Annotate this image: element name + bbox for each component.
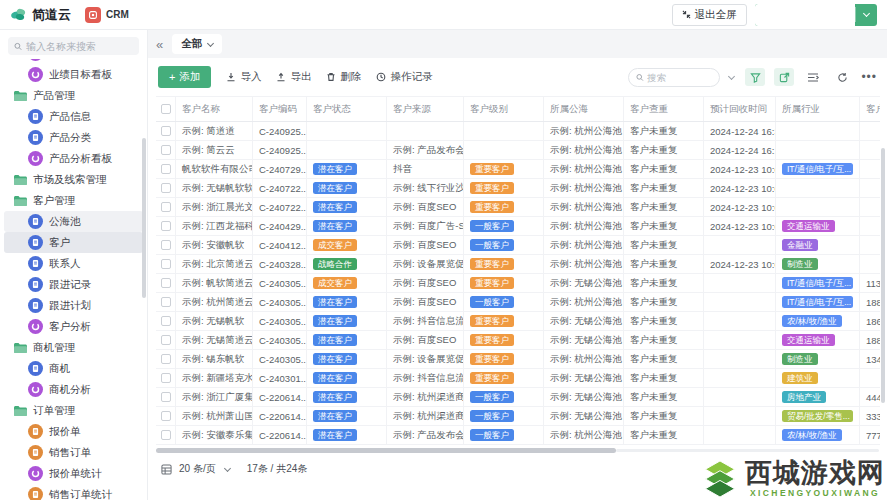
table-row[interactable]: 示例: 简云云C-240925...示例: 产品发布会...示例: 杭州公海池客… — [156, 141, 880, 160]
row-checkbox[interactable] — [161, 297, 171, 307]
delete-button[interactable]: 删除 — [326, 70, 361, 84]
vertical-scrollbar[interactable] — [881, 148, 885, 403]
search-field-dropdown-icon[interactable] — [728, 72, 735, 79]
table-search-input[interactable] — [647, 72, 712, 83]
filter-button[interactable] — [745, 68, 765, 86]
watermark-logo-icon — [698, 460, 742, 497]
column-header[interactable]: 所属公海 — [544, 97, 624, 121]
table-row[interactable]: 示例: 安徽泰乐集团C-220614...潜在客户示例: 产品发布会...一般客… — [156, 426, 880, 445]
sidebar-item[interactable]: 客户分析 — [4, 316, 143, 337]
exit-fullscreen-button[interactable]: 退出全屏 — [672, 4, 747, 26]
scrollbar-thumb[interactable] — [156, 448, 616, 453]
cell-customer-level: 一般客户 — [464, 426, 544, 444]
sidebar-item[interactable]: 商机管理 — [4, 337, 143, 358]
column-header[interactable]: 客户编码 — [253, 97, 307, 121]
cell-pool: 示例: 杭州公海池 — [544, 122, 624, 140]
column-header[interactable]: 预计回收时间 — [704, 97, 776, 121]
table-row[interactable]: 示例: 江西龙福科...C-240429...潜在客户示例: 百度广告-SEM一… — [156, 217, 880, 236]
table-row[interactable]: 示例: 浙江晨光文...C-240722...潜在客户示例: 百度SEO重要客户… — [156, 198, 880, 217]
column-header[interactable]: 客户来源 — [387, 97, 464, 121]
sidebar-item[interactable]: 客户管理 — [4, 190, 143, 211]
sidebar-item[interactable]: 产品管理 — [4, 85, 143, 106]
sidebar-item[interactable]: 商机 — [4, 358, 143, 379]
row-checkbox[interactable] — [161, 316, 171, 326]
status-badge: 战略合作 — [313, 258, 357, 271]
tab-all[interactable]: 全部 — [172, 34, 222, 54]
table-row[interactable]: 示例: 无锡帆软软件C-240722...潜在客户示例: 线下行业沙龙重要客户示… — [156, 179, 880, 198]
collapse-sidebar-icon[interactable]: « — [156, 38, 163, 51]
sidebar-item[interactable]: 报价单统计 — [4, 463, 143, 484]
export-button[interactable]: 导出 — [276, 70, 311, 84]
sidebar-item[interactable]: 商机分析 — [4, 379, 143, 400]
sidebar-item[interactable]: 订单管理 — [4, 400, 143, 421]
row-checkbox[interactable] — [161, 373, 171, 383]
sidebar-item[interactable]: 报价单 — [4, 421, 143, 442]
column-header[interactable]: 客户查重 — [624, 97, 704, 121]
table-row[interactable]: 示例: 简道道C-240925...示例: 杭州公海池客户未重复2024-12-… — [156, 122, 880, 141]
table-row[interactable]: 示例: 北京简道云...C-240328...战略合作示例: 设备展览促...重… — [156, 255, 880, 274]
column-header[interactable]: 客户状态 — [307, 97, 387, 121]
cell-customer-code: C-240305... — [253, 350, 307, 368]
install-template-button[interactable]: 安装模板(带数据) — [755, 4, 878, 26]
row-checkbox[interactable] — [161, 335, 171, 345]
sidebar-item[interactable]: 公海池 — [4, 211, 143, 232]
row-checkbox[interactable] — [161, 430, 171, 440]
row-checkbox[interactable] — [161, 411, 171, 421]
row-checkbox[interactable] — [161, 259, 171, 269]
row-checkbox[interactable] — [161, 354, 171, 364]
sidebar-scrollbar[interactable] — [142, 138, 146, 298]
search-icon — [14, 42, 22, 51]
table-row[interactable]: 示例: 帆软简道云C-240305...成交客户示例: 百度SEO重要客户示例:… — [156, 274, 880, 293]
table-row[interactable]: 示例: 无锡简道云C-240305...潜在客户示例: 百度SEO重要客户示例:… — [156, 331, 880, 350]
row-checkbox[interactable] — [161, 183, 171, 193]
row-checkbox[interactable] — [161, 164, 171, 174]
chevron-down-icon[interactable] — [224, 464, 231, 471]
sidebar-item[interactable]: 跟进计划 — [4, 295, 143, 316]
sidebar-item[interactable]: 市场及线索管理 — [4, 169, 143, 190]
row-checkbox[interactable] — [161, 202, 171, 212]
column-header[interactable]: 客户名称 — [176, 97, 253, 121]
toolbar: + 添加 导入 导出 删除 操作记录 — [148, 58, 887, 96]
row-checkbox[interactable] — [161, 392, 171, 402]
install-dropdown-button[interactable] — [856, 9, 877, 20]
row-checkbox[interactable] — [161, 221, 171, 231]
refresh-button[interactable] — [832, 68, 852, 86]
sidebar-item[interactable]: 客户 — [4, 232, 143, 253]
search-icon — [636, 73, 644, 82]
table-row[interactable]: 帆软软件有限公司C-240729...潜在客户抖音重要客户示例: 杭州公海池客户… — [156, 160, 880, 179]
page-size-select[interactable]: 20 条/页 — [179, 462, 216, 476]
select-all-checkbox[interactable] — [161, 104, 171, 114]
column-header[interactable]: 客户级别 — [464, 97, 544, 121]
column-header[interactable]: 客户电话 — [860, 97, 880, 121]
sidebar-item[interactable]: 产品信息 — [4, 106, 143, 127]
sidebar-item[interactable]: 联系人 — [4, 253, 143, 274]
row-checkbox[interactable] — [161, 145, 171, 155]
column-header[interactable]: 所属行业 — [776, 97, 860, 121]
sidebar-item[interactable]: 产品分类 — [4, 127, 143, 148]
row-checkbox[interactable] — [161, 126, 171, 136]
table-row[interactable]: 示例: 新疆塔克水...C-240301...潜在客户示例: 抖音信息流重要客户… — [156, 369, 880, 388]
row-select — [156, 407, 176, 425]
history-button[interactable]: 操作记录 — [376, 70, 432, 84]
sidebar-search-box[interactable] — [8, 37, 139, 55]
sidebar-item[interactable]: 产品分析看板 — [4, 148, 143, 169]
row-checkbox[interactable] — [161, 278, 171, 288]
table-search-box[interactable] — [628, 68, 720, 87]
table-row[interactable]: 示例: 杭州萧山国...C-220614...潜在客户示例: 杭州渠道商...一… — [156, 407, 880, 426]
sidebar-item[interactable]: 销售订单 — [4, 442, 143, 463]
table-row[interactable]: 示例: 无锡帆软C-240305...潜在客户示例: 抖音信息流重要客户示例: … — [156, 312, 880, 331]
add-button[interactable]: + 添加 — [158, 66, 211, 88]
column-settings-button[interactable] — [803, 68, 823, 86]
sidebar-item[interactable]: 业绩目标看板 — [4, 64, 143, 85]
table-row[interactable]: 示例: 安徽帆软C-240412...成交客户示例: 百度SEO一般客户示例: … — [156, 236, 880, 255]
table-row[interactable]: 示例: 浙江广厦集团C-220614...潜在客户示例: 杭州渠道商...一般客… — [156, 388, 880, 407]
share-view-button[interactable] — [774, 68, 794, 86]
table-row[interactable]: 示例: 锡东帆软C-240305...潜在客户示例: 设备展览促...重要客户示… — [156, 350, 880, 369]
more-options-button[interactable]: ••• — [861, 70, 877, 84]
sidebar-item[interactable]: 销售订单统计 — [4, 484, 143, 500]
import-button[interactable]: 导入 — [226, 70, 261, 84]
row-checkbox[interactable] — [161, 240, 171, 250]
sidebar-item[interactable]: 跟进记录 — [4, 274, 143, 295]
table-row[interactable]: 示例: 杭州简道云C-240305...潜在客户示例: 百度SEO一般客户示例:… — [156, 293, 880, 312]
sidebar-search-input[interactable] — [26, 41, 133, 52]
